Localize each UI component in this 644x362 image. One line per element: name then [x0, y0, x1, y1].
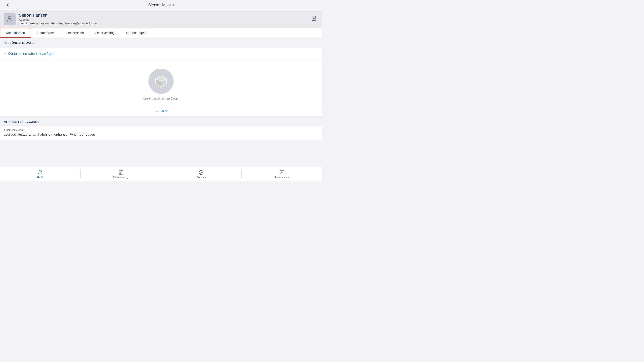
personal-section-header: PERSÖNLICHE DATEN + — [0, 38, 322, 48]
mehr-chevron: ⌄⌄ — [154, 109, 159, 113]
nav-performance[interactable]: Performance — [242, 167, 322, 181]
empty-icon-circle — [148, 69, 174, 94]
tab-stammdaten[interactable]: Stammdaten — [31, 28, 60, 38]
page-title: Simon Hansen — [148, 3, 174, 7]
tab-geldbehalter[interactable]: Geldbehälter — [60, 28, 90, 38]
zeit-icon — [118, 170, 124, 175]
mitarbeiter-section-title: MITARBEITER-ACCOUNT — [4, 120, 39, 123]
mitarbeiter-card: ANMELDE-E-MAIL userdoc+restaurantamhafen… — [0, 126, 322, 140]
profile-info: Simon Hansen Aushilfe userdoc+restaurant… — [19, 13, 98, 25]
add-contact-label: Kontaktinformation hinzufügen — [8, 52, 55, 55]
svg-point-6 — [40, 171, 42, 172]
nav-berichte[interactable]: Berichte — [161, 167, 242, 181]
tab-anmerkungen[interactable]: Anmerkungen — [120, 28, 151, 38]
personal-add-button[interactable]: + — [316, 40, 318, 46]
anmelde-email-value: userdoc+restaurantamhafen+simonhansen@nu… — [4, 132, 318, 136]
anmelde-email-label: ANMELDE-E-MAIL — [4, 129, 318, 131]
profile-role: Aushilfe — [19, 18, 98, 21]
personal-section-title: PERSÖNLICHE DATEN — [4, 41, 36, 45]
back-button[interactable] — [4, 1, 12, 9]
mehr-button[interactable]: ⌄⌄ Mehr — [0, 106, 322, 116]
profil-icon — [38, 170, 43, 175]
nav-zeit-label: Zeiterfassung — [113, 176, 128, 179]
svg-point-0 — [8, 16, 11, 19]
svg-rect-14 — [280, 170, 284, 174]
tabs-bar: Kontaktdaten Stammdaten Geldbehälter Zei… — [0, 28, 322, 38]
top-header: Simon Hansen — [0, 0, 322, 10]
profile-name: Simon Hansen — [19, 13, 98, 18]
add-contact-button[interactable]: + Kontaktinformation hinzufügen — [4, 51, 54, 56]
edit-button[interactable] — [310, 14, 318, 24]
svg-point-5 — [39, 171, 40, 172]
nav-profil[interactable]: Profil — [0, 167, 80, 181]
tab-kontaktdaten[interactable]: Kontaktdaten — [0, 28, 31, 38]
berichte-icon — [198, 170, 204, 175]
nav-berichte-label: Berichte — [196, 176, 206, 179]
content-area: PERSÖNLICHE DATEN + + Kontaktinformation… — [0, 38, 322, 181]
nav-performance-label: Performance — [275, 176, 289, 179]
nav-zeiterfassung[interactable]: Zeiterfassung — [80, 167, 161, 181]
svg-rect-7 — [119, 171, 123, 174]
plus-icon: + — [4, 51, 6, 56]
nav-profil-label: Profil — [37, 176, 43, 179]
tab-zeiterfassung[interactable]: Zeiterfassung — [90, 28, 120, 38]
performance-icon — [279, 170, 284, 175]
mehr-label: Mehr — [160, 109, 168, 113]
mitarbeiter-section: MITARBEITER-ACCOUNT ANMELDE-E-MAIL userd… — [0, 118, 322, 140]
profile-left: Simon Hansen Aushilfe userdoc+restaurant… — [4, 13, 98, 25]
bottom-nav: Profil Zeiterfassung Berichte — [0, 167, 322, 181]
avatar — [4, 13, 16, 25]
profile-header: Simon Hansen Aushilfe userdoc+restaurant… — [0, 10, 322, 28]
mitarbeiter-section-header: MITARBEITER-ACCOUNT — [0, 118, 322, 126]
add-contact-row: + Kontaktinformation hinzufügen — [0, 48, 322, 59]
empty-text: Keine persönlichen Daten — [143, 97, 179, 100]
profile-email: userdoc+restaurantamhafen+simonhansen@nu… — [19, 22, 98, 25]
empty-state: Keine persönlichen Daten — [0, 59, 322, 106]
personal-card: + Kontaktinformation hinzufügen Keine pe… — [0, 48, 322, 116]
